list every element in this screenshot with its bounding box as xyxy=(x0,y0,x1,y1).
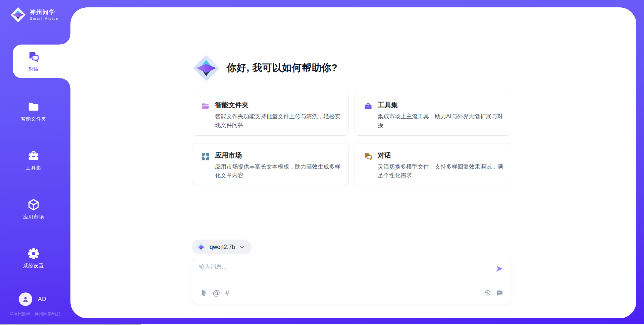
comment-icon[interactable] xyxy=(496,289,503,297)
card-description: 应用市场提供丰富长文本模板，助力高效生成多样化文章内容 xyxy=(215,162,342,180)
folder-open-icon xyxy=(201,102,210,111)
paperclip-icon[interactable] xyxy=(200,289,208,297)
sidebar-item-label: 工具集 xyxy=(26,165,42,171)
card-description: 智能文件夹功能支持批量文件上传与清洗，轻松实现文件问答 xyxy=(215,112,342,130)
card-title: 智能文件夹 xyxy=(215,101,340,110)
greeting-block: 你好, 我可以如何帮助你? xyxy=(192,54,337,82)
sidebar-item-label: 系统设置 xyxy=(23,263,44,269)
greeting-diamond-icon xyxy=(192,54,220,82)
avatar xyxy=(19,292,32,306)
composer-tools-right xyxy=(484,289,503,297)
feature-cards: 智能文件夹 智能文件夹功能支持批量文件上传与清洗，轻松实现文件问答 工具集 集成… xyxy=(192,93,511,186)
hashtag-icon[interactable]: # xyxy=(225,289,229,297)
sidebar-item-smart-folder[interactable]: 智能文件夹 xyxy=(0,101,70,122)
model-diamond-icon xyxy=(197,243,206,252)
sidebar-item-label: 对话 xyxy=(29,66,39,72)
composer-divider xyxy=(197,284,506,284)
message-composer: @ # xyxy=(192,258,511,304)
sidebar-item-app-market[interactable]: 应用市场 xyxy=(0,198,70,220)
model-name: qwen2:7b xyxy=(210,244,235,251)
sidebar-item-settings[interactable]: 系统设置 xyxy=(0,247,70,269)
model-selector[interactable]: qwen2:7b xyxy=(192,240,252,254)
folder-icon xyxy=(27,101,40,113)
card-chat[interactable]: 对话 灵活切换多模型文件，支持多样回复效果调试，满足个性化需求 xyxy=(355,143,511,186)
sidebar-item-label: 应用市场 xyxy=(23,214,44,220)
chat-bubbles-icon xyxy=(27,51,40,63)
brand-name: 神州问学 xyxy=(30,9,59,16)
card-app-market[interactable]: 应用市场 应用市场提供丰富长文本模板，助力高效生成多样化文章内容 xyxy=(192,143,349,186)
app-grid-icon xyxy=(201,152,210,161)
card-smart-folder[interactable]: 智能文件夹 智能文件夹功能支持批量文件上传与清洗，轻松实现文件问答 xyxy=(192,93,349,136)
sidebar-item-label: 智能文件夹 xyxy=(20,116,47,122)
brand-logo: 神州问学 Smart Vision xyxy=(10,7,59,23)
gear-icon xyxy=(27,247,40,260)
greeting-title: 你好, 我可以如何帮助你? xyxy=(227,61,337,75)
card-description: 集成市场上主流工具，助力AI与外界无缝扩展与对接 xyxy=(378,112,504,130)
history-icon[interactable] xyxy=(484,289,491,297)
card-title: 对话 xyxy=(378,151,503,160)
active-tab-fillet-top xyxy=(60,35,70,45)
app-window: 神州问学 Smart Vision 对话 智能文件夹 工具集 xyxy=(0,0,644,325)
brand-subtitle: Smart Vision xyxy=(30,17,59,20)
user-profile[interactable]: AD xyxy=(19,292,47,306)
composer-tools-left: @ # xyxy=(200,289,229,297)
chat-bubbles-icon xyxy=(364,152,373,161)
cube-icon xyxy=(27,198,40,211)
copyright-text: ©神州数码 · 神州问学出品 xyxy=(0,311,70,317)
card-title: 应用市场 xyxy=(215,151,340,160)
active-tab-fillet-bottom xyxy=(60,78,70,88)
toolbox-icon xyxy=(27,149,40,162)
toolbox-icon xyxy=(364,102,373,111)
user-initials: AD xyxy=(38,296,47,303)
card-title: 工具集 xyxy=(378,101,503,110)
person-icon xyxy=(22,296,29,303)
card-toolset[interactable]: 工具集 集成市场上主流工具，助力AI与外界无缝扩展与对接 xyxy=(355,93,511,136)
card-description: 灵活切换多模型文件，支持多样回复效果调试，满足个性化需求 xyxy=(378,162,504,180)
brand-diamond-icon xyxy=(10,7,26,23)
message-input[interactable] xyxy=(198,262,487,282)
sidebar-item-toolset[interactable]: 工具集 xyxy=(0,149,70,171)
send-icon[interactable] xyxy=(495,264,504,273)
chevron-down-icon xyxy=(239,244,245,250)
sidebar-item-chat[interactable]: 对话 xyxy=(0,51,70,72)
mention-icon[interactable]: @ xyxy=(213,289,220,297)
